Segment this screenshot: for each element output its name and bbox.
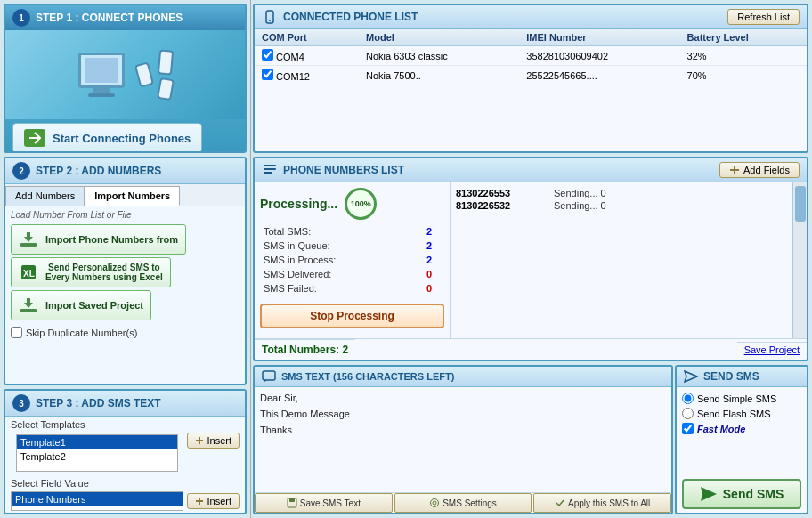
save-project-link[interactable]: Save Project xyxy=(737,342,807,357)
stat-row: SMS in Queue: 2 xyxy=(262,239,443,252)
svg-point-22 xyxy=(431,499,439,507)
scrollbar[interactable] xyxy=(792,182,807,338)
svg-rect-17 xyxy=(263,371,275,380)
table-row: COM4 Nokia 6303 classic 358281030609402 … xyxy=(255,46,807,66)
stat-row: SMS in Process: 2 xyxy=(262,254,443,266)
start-connecting-btn[interactable]: Start Connecting Phones xyxy=(12,123,202,153)
send-icon xyxy=(684,370,698,383)
sms-footer: Save SMS Text SMS Settings Apply this SM… xyxy=(255,492,671,513)
progress-circle: 100% xyxy=(345,188,377,220)
fast-mode-checkbox[interactable] xyxy=(682,423,694,434)
excel-icon: XL xyxy=(19,263,38,282)
numbers-right: 8130226553 Sending... 0 8130226532 Sendi… xyxy=(451,182,792,338)
import-phone-label: Import Phone Numbers from xyxy=(45,234,178,245)
step1-panel: 1 STEP 1 : CONNECT PHONES xyxy=(4,4,247,153)
add-fields-btn[interactable]: Add Fields xyxy=(719,162,800,178)
sms-header: SMS TEXT (156 CHARACTERS LEFT) xyxy=(255,367,671,387)
col-port: COM Port xyxy=(255,29,359,46)
svg-point-21 xyxy=(433,501,436,505)
table-row: COM12 Nokia 7500.. 25522545665.... 70% xyxy=(255,66,807,85)
field-list[interactable]: Phone Numbers xyxy=(11,491,183,511)
template-item-2[interactable]: Template2 xyxy=(17,449,177,464)
import-saved-project-btn[interactable]: Import Saved Project xyxy=(11,290,151,320)
personalized-label: Send Personalized SMS toEvery Numbers us… xyxy=(45,263,163,282)
tab-add-numbers[interactable]: Add Numbers xyxy=(5,186,85,206)
step3-icon: 3 xyxy=(12,394,30,412)
download-icon xyxy=(19,230,38,249)
stop-processing-btn[interactable]: Stop Processing xyxy=(260,304,444,328)
total-numbers: Total Numbers: 2 xyxy=(255,339,355,360)
skip-duplicate-checkbox[interactable] xyxy=(11,327,22,338)
flash-sms-label: Send Flash SMS xyxy=(697,409,771,419)
save-sms-text-btn[interactable]: Save SMS Text xyxy=(255,493,393,513)
step3-header: 3 STEP 3 : ADD SMS TEXT xyxy=(5,391,245,417)
simple-sms-label: Send Simple SMS xyxy=(697,393,776,404)
send-sms-btn[interactable]: Send SMS xyxy=(682,479,801,509)
numbers-body: Processing... 100% Total SMS: 2 SMS in Q… xyxy=(255,182,807,338)
svg-point-11 xyxy=(269,20,271,21)
processing-title: Processing... 100% xyxy=(260,188,444,220)
connected-table: COM Port Model IMEI Number Battery Level… xyxy=(255,29,807,85)
svg-rect-20 xyxy=(289,498,295,502)
flash-sms-radio[interactable] xyxy=(682,408,694,419)
step1-header: 1 STEP 1 : CONNECT PHONES xyxy=(5,5,245,30)
fast-mode-label: Fast Mode xyxy=(697,424,745,434)
template-list[interactable]: Template1 Template2 xyxy=(16,434,178,472)
sms-line-1: Dear Sir, xyxy=(260,393,666,403)
svg-marker-5 xyxy=(24,298,33,308)
col-battery: Battery Level xyxy=(680,29,807,46)
field-row: Phone Numbers Insert xyxy=(11,491,240,511)
col-imei: IMEI Number xyxy=(519,29,679,46)
send-body: Send Simple SMS Send Flash SMS Fast Mode xyxy=(677,387,807,475)
template-item-1[interactable]: Template1 xyxy=(17,435,177,449)
fast-mode-row: Fast Mode xyxy=(682,423,801,434)
step2-panel: 2 STEP 2 : ADD NUMBERS Add Numbers Impor… xyxy=(4,157,247,385)
step3-title: STEP 3 : ADD SMS TEXT xyxy=(36,397,161,409)
sms-line-3: Thanks xyxy=(260,425,666,435)
select-field-label: Select Field Value xyxy=(5,475,245,490)
row1-checkbox[interactable] xyxy=(262,49,273,61)
phone-illustration xyxy=(78,50,173,100)
skip-duplicate-label: Skip Duplicate Number(s) xyxy=(26,328,137,338)
apply-sms-btn[interactable]: Apply this SMS to All xyxy=(533,493,671,513)
apply-icon xyxy=(555,498,565,508)
svg-marker-1 xyxy=(24,232,33,242)
numbers-footer: Total Numbers: 2 Save Project xyxy=(255,338,807,360)
load-number-label: Load Number From List or File xyxy=(5,206,245,222)
sms-line-2: This Demo Message xyxy=(260,409,666,419)
simple-sms-radio[interactable] xyxy=(682,393,694,404)
processing-left: Processing... 100% Total SMS: 2 SMS in Q… xyxy=(255,182,451,338)
refresh-list-btn[interactable]: Refresh List xyxy=(727,9,800,25)
svg-rect-13 xyxy=(264,168,276,170)
step1-icon: 1 xyxy=(12,9,30,27)
svg-rect-4 xyxy=(20,309,37,312)
tab-bar: Add Numbers Import Numbers xyxy=(5,184,245,206)
import-phone-numbers-btn[interactable]: Import Phone Numbers from xyxy=(11,224,186,255)
step2-icon: 2 xyxy=(12,162,30,180)
send-personalized-btn[interactable]: XL Send Personalized SMS toEvery Numbers… xyxy=(11,257,171,287)
field-item-phone[interactable]: Phone Numbers xyxy=(12,492,183,506)
connected-title: CONNECTED PHONE LIST xyxy=(262,9,418,25)
add-icon xyxy=(729,165,740,175)
sms-text-panel: SMS TEXT (156 CHARACTERS LEFT) Dear Sir,… xyxy=(253,365,673,514)
svg-marker-23 xyxy=(685,371,697,382)
tab-import-numbers[interactable]: Import Numbers xyxy=(85,186,180,206)
sms-settings-btn[interactable]: SMS Settings xyxy=(394,493,532,513)
numbers-panel: PHONE NUMBERS LIST Add Fields Processing… xyxy=(253,157,808,361)
connected-header: CONNECTED PHONE LIST Refresh List xyxy=(255,5,807,29)
settings-icon xyxy=(429,498,440,508)
insert-field-btn[interactable]: Insert xyxy=(187,493,240,509)
list-icon xyxy=(262,162,278,178)
bottom-row: SMS TEXT (156 CHARACTERS LEFT) Dear Sir,… xyxy=(253,365,808,514)
step3-panel: 3 STEP 3 : ADD SMS TEXT Select Templates… xyxy=(4,389,247,514)
row2-checkbox[interactable] xyxy=(262,69,273,80)
stat-row: Total SMS: 2 xyxy=(262,225,443,238)
connect-icon xyxy=(24,129,45,147)
svg-marker-18 xyxy=(264,380,267,382)
scrollbar-thumb[interactable] xyxy=(795,186,806,222)
svg-rect-16 xyxy=(734,166,735,174)
svg-rect-0 xyxy=(20,243,37,247)
insert-template-btn[interactable]: Insert xyxy=(187,433,240,449)
sms-icon xyxy=(262,370,276,383)
save-icon xyxy=(287,498,297,508)
